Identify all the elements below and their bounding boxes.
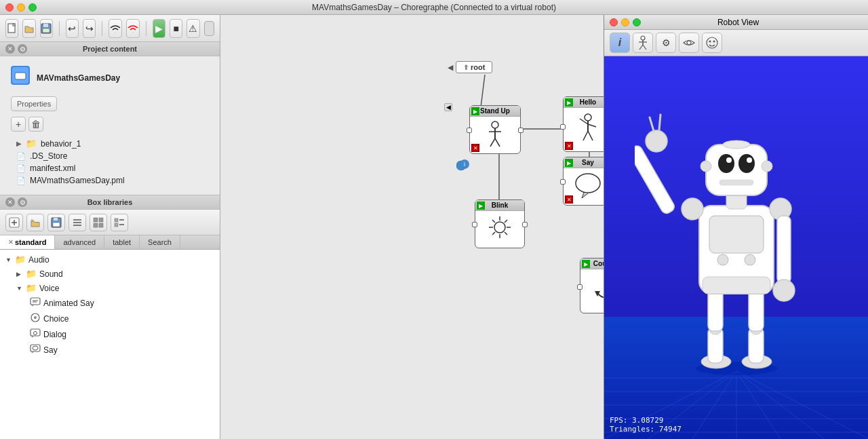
port-in-standup[interactable]	[467, 128, 472, 133]
file-ds-store[interactable]: 📄 .DS_Store	[11, 150, 209, 162]
close-panel-btn[interactable]: ✕	[5, 44, 15, 54]
file-pml[interactable]: 📄 MAVmathsGamesDay.pml	[11, 174, 209, 187]
svg-line-66	[492, 232, 495, 235]
lib-item-choice[interactable]: Choice	[0, 311, 220, 326]
minimize-button[interactable]	[17, 3, 25, 12]
stop-btn-say[interactable]: ✕	[565, 195, 573, 204]
warn-button[interactable]: ⚠	[186, 19, 199, 38]
header-controls2[interactable]: ✕ ⚙	[5, 197, 27, 207]
file-manifest[interactable]: 📄 manifest.xml	[11, 162, 209, 174]
file-label: MAVmathsGamesDay.pml	[30, 176, 125, 185]
svg-point-79	[709, 41, 711, 43]
maximize-button[interactable]	[28, 3, 37, 12]
svg-rect-3	[43, 24, 48, 27]
project-tree: MAVmathsGamesDay Properties + 🗑 ▶ 📁 beha…	[0, 56, 220, 195]
undo-button[interactable]: ↩	[66, 19, 79, 38]
header-controls[interactable]: ✕ ⚙	[5, 44, 27, 54]
folder-icon-sound: 📁	[26, 269, 37, 279]
box-save-btn[interactable]	[47, 214, 65, 231]
nav-left-btn[interactable]: ◀	[444, 103, 452, 111]
expand-arrow: ▼	[5, 256, 12, 263]
lib-item-animated-say[interactable]: Animated Say	[0, 295, 220, 311]
remove-item-btn[interactable]: 🗑	[28, 117, 43, 132]
folder-icon-voice: 📁	[26, 283, 37, 293]
canvas-area[interactable]: ◀ ⬆ root ◀ Stand Up	[220, 15, 868, 439]
play-btn-standup[interactable]: ▶	[471, 107, 479, 115]
svg-rect-114	[777, 216, 791, 284]
properties-btn[interactable]: Properties	[11, 96, 57, 111]
file-tree: ▶ 📁 behavior_1 📄 .DS_Store 📄 manifest.xm…	[5, 134, 214, 189]
file-icon: 📄	[16, 176, 26, 185]
svg-line-111	[650, 117, 654, 131]
gear-box-btn[interactable]: ⚙	[18, 197, 27, 207]
robot-figure	[635, 63, 838, 375]
robot-view-controls[interactable]	[610, 18, 641, 26]
lib-item-audio[interactable]: ▼ 📁 Audio	[0, 252, 220, 267]
info-btn[interactable]: i	[610, 33, 630, 53]
window-title: MAVmathsGamesDay – Choregraphe (Connecte…	[312, 3, 556, 12]
rv-min-btn[interactable]	[621, 18, 629, 26]
box-button[interactable]	[204, 21, 214, 36]
wifi-button[interactable]	[108, 19, 122, 38]
node-standup[interactable]: Stand Up ✕ ▶	[469, 105, 521, 154]
rv-close-btn[interactable]	[610, 18, 618, 26]
robot-view-header: Robot View	[604, 15, 868, 30]
tab-advanced[interactable]: advanced	[55, 235, 104, 249]
rv-max-btn[interactable]	[633, 18, 641, 26]
humanoid-btn[interactable]	[633, 33, 653, 53]
add-item-btn[interactable]: +	[11, 117, 26, 132]
info-badge[interactable]: i	[460, 159, 469, 169]
node-blink[interactable]: Blink	[475, 199, 525, 248]
robot-view: Robot View i ⚙	[604, 15, 868, 439]
port-in-counter[interactable]	[577, 284, 583, 290]
port-in-blink[interactable]	[472, 222, 477, 227]
box-grid-btn[interactable]	[90, 214, 107, 231]
port-out-standup[interactable]	[518, 128, 524, 133]
new-button[interactable]	[5, 19, 18, 38]
stop-btn-hello[interactable]: ✕	[565, 142, 573, 150]
play-btn-counter[interactable]: ▶	[582, 260, 590, 268]
play-btn-blink[interactable]: ▶	[477, 202, 485, 210]
face-btn[interactable]	[702, 33, 722, 53]
box-list-btn[interactable]	[68, 214, 86, 231]
tab-close-icon[interactable]: ✕	[8, 239, 14, 246]
file-behavior1[interactable]: ▶ 📁 behavior_1	[11, 137, 209, 150]
stop-btn-standup[interactable]: ✕	[471, 144, 479, 152]
lib-item-say[interactable]: Say	[0, 342, 220, 358]
lib-item-sound[interactable]: ▶ 📁 Sound	[0, 267, 220, 281]
tab-tablet[interactable]: tablet	[104, 235, 140, 249]
svg-point-108	[682, 198, 703, 220]
project-item[interactable]: MAVmathsGamesDay	[5, 62, 214, 94]
close-box-btn[interactable]: ✕	[5, 197, 15, 207]
box-detail-btn[interactable]	[111, 214, 128, 231]
box-new-btn[interactable]	[5, 214, 23, 231]
close-button[interactable]	[5, 3, 14, 12]
title-bar: MAVmathsGamesDay – Choregraphe (Connecte…	[0, 0, 868, 15]
window-controls[interactable]	[5, 3, 37, 12]
svg-rect-1	[13, 24, 15, 26]
open-button[interactable]	[22, 19, 35, 38]
view-btn[interactable]	[679, 33, 699, 53]
svg-line-47	[580, 119, 588, 124]
box-open-btn[interactable]	[26, 214, 44, 231]
tab-standard[interactable]: ✕ standard	[0, 235, 55, 249]
play-btn-hello[interactable]: ▶	[565, 98, 573, 107]
play-button[interactable]: ▶	[153, 19, 165, 38]
settings-btn[interactable]: ⚙	[656, 33, 676, 53]
expand-arrow: ▶	[16, 140, 22, 147]
box-libraries-header: ✕ ⚙ Box libraries	[0, 195, 220, 210]
lib-item-voice[interactable]: ▼ 📁 Voice	[0, 281, 220, 295]
port-out-blink[interactable]	[522, 222, 528, 227]
wifi2-button[interactable]	[126, 19, 140, 38]
play-btn-say[interactable]: ▶	[565, 159, 573, 167]
gear-panel-btn[interactable]: ⚙	[18, 44, 27, 54]
port-in-hello[interactable]	[560, 124, 566, 130]
tab-tablet-label: tablet	[113, 238, 131, 246]
port-in-say[interactable]	[560, 179, 566, 185]
redo-button[interactable]: ↪	[83, 19, 96, 38]
tab-search[interactable]: Search	[140, 235, 180, 249]
stop-button[interactable]: ■	[170, 19, 182, 38]
save-button[interactable]	[40, 19, 53, 38]
node-blink-body	[475, 211, 524, 244]
lib-item-dialog[interactable]: Dialog	[0, 326, 220, 342]
